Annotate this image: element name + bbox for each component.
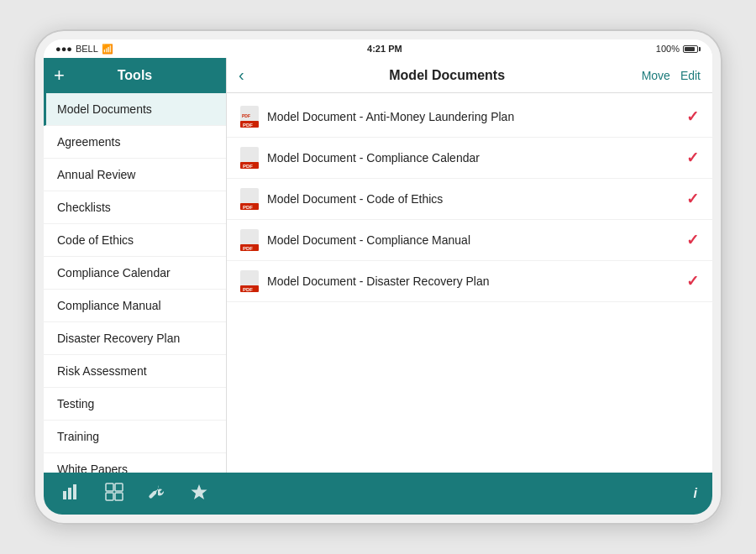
right-panel: ‹ Model Documents Move Edit bbox=[227, 58, 712, 473]
doc-item-2[interactable]: PDF Model Document - Compliance Calendar… bbox=[227, 138, 712, 179]
carrier-dots: ●●● bbox=[55, 44, 72, 54]
doc-item-1[interactable]: PDF PDF Model Document - Anti-Money Laun… bbox=[227, 97, 712, 138]
svg-text:PDF: PDF bbox=[242, 113, 250, 118]
svg-rect-22 bbox=[115, 493, 123, 500]
tablet-device: ●●● BELL 📶 4:21 PM 100% + Tools bbox=[34, 29, 722, 525]
pdf-icon-3: PDF bbox=[240, 188, 259, 210]
svg-text:PDF: PDF bbox=[243, 205, 253, 210]
status-left: ●●● BELL 📶 bbox=[55, 44, 113, 55]
pdf-icon: PDF PDF bbox=[240, 106, 259, 128]
info-button[interactable]: i bbox=[694, 486, 697, 501]
back-button[interactable]: ‹ bbox=[239, 65, 244, 85]
edit-button[interactable]: Edit bbox=[680, 69, 701, 82]
svg-rect-18 bbox=[73, 484, 76, 499]
doc-name-2: Model Document - Compliance Calendar bbox=[267, 151, 681, 165]
status-time: 4:21 PM bbox=[367, 44, 402, 54]
sidebar-item-model-documents[interactable]: Model Documents bbox=[44, 93, 226, 126]
add-button[interactable]: + bbox=[54, 65, 65, 86]
doc-item-4[interactable]: PDF Model Document - Compliance Manual ✓ bbox=[227, 220, 712, 261]
sidebar-item-code-of-ethics[interactable]: Code of Ethics bbox=[44, 224, 226, 257]
grid-icon[interactable] bbox=[105, 483, 123, 505]
document-list: PDF PDF Model Document - Anti-Money Laun… bbox=[227, 93, 712, 473]
svg-text:PDF: PDF bbox=[243, 246, 253, 251]
app-body: + Tools Model Documents Agreements Annua… bbox=[44, 58, 712, 515]
move-button[interactable]: Move bbox=[642, 69, 670, 82]
tablet-screen: ●●● BELL 📶 4:21 PM 100% + Tools bbox=[44, 39, 712, 515]
sidebar-item-checklists[interactable]: Checklists bbox=[44, 191, 226, 224]
sidebar-header: + Tools bbox=[44, 58, 226, 93]
chart-icon[interactable] bbox=[62, 483, 81, 505]
check-icon-2: ✓ bbox=[686, 149, 699, 167]
pdf-icon-2: PDF bbox=[240, 147, 259, 169]
star-icon[interactable] bbox=[190, 483, 208, 505]
battery-percent: 100% bbox=[656, 44, 680, 54]
svg-rect-21 bbox=[106, 493, 113, 500]
check-icon-4: ✓ bbox=[686, 231, 699, 249]
doc-item-3[interactable]: PDF Model Document - Code of Ethics ✓ bbox=[227, 179, 712, 220]
svg-text:PDF: PDF bbox=[243, 164, 253, 169]
doc-name-3: Model Document - Code of Ethics bbox=[267, 192, 681, 206]
sidebar-item-testing[interactable]: Testing bbox=[44, 388, 226, 421]
doc-name-5: Model Document - Disaster Recovery Plan bbox=[267, 274, 681, 288]
right-panel-title: Model Documents bbox=[253, 68, 642, 83]
check-icon-5: ✓ bbox=[686, 272, 699, 290]
status-bar: ●●● BELL 📶 4:21 PM 100% bbox=[44, 39, 712, 58]
header-actions: Move Edit bbox=[642, 69, 701, 82]
svg-rect-19 bbox=[106, 483, 113, 491]
doc-name-1: Model Document - Anti-Money Laundering P… bbox=[267, 110, 681, 123]
sidebar-item-compliance-calendar[interactable]: Compliance Calendar bbox=[44, 257, 226, 290]
svg-text:PDF: PDF bbox=[243, 123, 253, 128]
main-content: + Tools Model Documents Agreements Annua… bbox=[44, 58, 712, 473]
sidebar-items: Model Documents Agreements Annual Review… bbox=[44, 93, 226, 473]
tab-bar-right: i bbox=[227, 486, 712, 501]
wifi-icon: 📶 bbox=[102, 44, 113, 55]
battery-icon bbox=[683, 45, 701, 53]
svg-rect-20 bbox=[115, 483, 123, 491]
sidebar-item-training[interactable]: Training bbox=[44, 421, 226, 453]
check-icon-3: ✓ bbox=[686, 190, 699, 208]
sidebar-item-compliance-manual[interactable]: Compliance Manual bbox=[44, 290, 226, 322]
check-icon-1: ✓ bbox=[686, 107, 699, 126]
pdf-icon-5: PDF bbox=[240, 270, 259, 292]
svg-rect-17 bbox=[68, 488, 71, 499]
doc-item-5[interactable]: PDF Model Document - Disaster Recovery P… bbox=[227, 261, 712, 302]
tab-bar-left bbox=[44, 483, 227, 505]
svg-marker-23 bbox=[191, 484, 207, 499]
sidebar-item-risk-assessment[interactable]: Risk Assessment bbox=[44, 355, 226, 388]
pdf-icon-4: PDF bbox=[240, 229, 259, 251]
svg-text:PDF: PDF bbox=[243, 287, 253, 292]
carrier-label: BELL bbox=[76, 44, 98, 54]
sidebar-item-white-papers[interactable]: White Papers bbox=[44, 453, 226, 473]
doc-name-4: Model Document - Compliance Manual bbox=[267, 233, 681, 247]
tab-bar: i bbox=[44, 473, 712, 515]
sidebar: + Tools Model Documents Agreements Annua… bbox=[44, 58, 227, 473]
sidebar-item-disaster-recovery[interactable]: Disaster Recovery Plan bbox=[44, 322, 226, 355]
svg-rect-16 bbox=[63, 491, 66, 499]
sidebar-title: Tools bbox=[118, 68, 152, 83]
right-header: ‹ Model Documents Move Edit bbox=[227, 58, 712, 93]
wrench-icon[interactable] bbox=[147, 483, 165, 505]
status-right: 100% bbox=[656, 44, 701, 54]
sidebar-item-annual-review[interactable]: Annual Review bbox=[44, 159, 226, 191]
sidebar-item-agreements[interactable]: Agreements bbox=[44, 126, 226, 159]
